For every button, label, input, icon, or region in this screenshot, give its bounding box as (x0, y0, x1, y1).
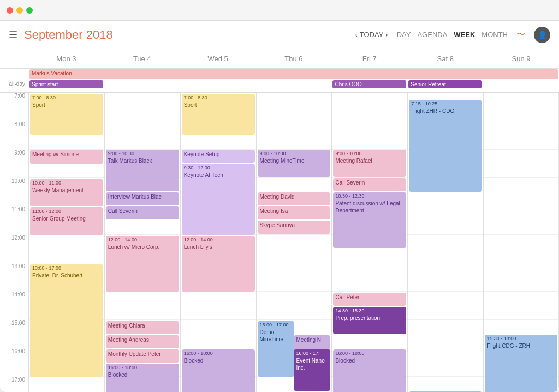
minimize-button[interactable] (16, 7, 23, 14)
allday-row-2: all-day Sprint start Chris OOO Senior Re… (0, 80, 559, 92)
traffic-lights (7, 7, 33, 14)
day-header-wed: Wed 5 (180, 49, 256, 68)
event-tue-black[interactable]: 9:00 - 10:30 Talk Markus Black (106, 150, 179, 191)
event-tue-monthly[interactable]: Monthly Update Peter (106, 349, 179, 363)
sat-h16 (408, 348, 483, 377)
time-label-12: 12:00 (0, 235, 28, 263)
day-col-thu: 9:00 - 10:00 Meeting MineTime Meeting Da… (256, 93, 332, 392)
time-label-10: 10:00 (0, 178, 28, 206)
time-label-13: 13:00 (0, 263, 28, 292)
day-header-tue: Tue 4 (104, 49, 180, 68)
day-header-mon: Mon 3 (28, 49, 104, 68)
tab-agenda[interactable]: AGENDA (417, 31, 447, 39)
allday-fri: Chris OOO (331, 80, 407, 92)
today-button[interactable]: TODAY (360, 31, 384, 39)
allday-section: Markus Vacation all-day Sprint start Chr… (0, 69, 559, 93)
event-wed-blocked[interactable]: 16:00 - 18:00 Blocked (182, 349, 255, 392)
fri-h13 (332, 263, 407, 292)
day-col-sun: 15:30 - 18:00 Flight CDG - ZRH (483, 93, 559, 392)
event-thu-mine[interactable]: 9:00 - 10:00 Meeting MineTime (258, 150, 331, 177)
user-avatar[interactable]: 👤 (534, 27, 550, 43)
maximize-button[interactable] (26, 7, 33, 14)
event-mon-senior[interactable]: 11:00 - 12:00 Senior Group Meeting (30, 207, 103, 235)
event-tue-chiara[interactable]: Meeting Chiara (106, 321, 179, 334)
sat-h14 (408, 292, 483, 320)
tab-week[interactable]: WEEK (454, 31, 475, 39)
event-fri-callpeter[interactable]: Call Peter (333, 293, 406, 306)
nav-arrows: ‹ TODAY › (355, 31, 388, 39)
event-fri-rafael[interactable]: 9:00 - 10:00 Meeting Rafael (333, 150, 406, 177)
event-mon-simone[interactable]: Meeting w/ Simone (30, 150, 103, 164)
tab-day[interactable]: DAY (397, 31, 411, 39)
tab-month[interactable]: MONTH (481, 31, 508, 39)
sun-h11 (484, 206, 558, 235)
header-right: ‹ TODAY › DAY AGENDA WEEK MONTH 〜 👤 (355, 27, 550, 43)
app-header: ☰ September 2018 ‹ TODAY › DAY AGENDA WE… (0, 21, 559, 49)
mon-h17 (29, 377, 104, 392)
allday-mon: Sprint start (28, 80, 104, 92)
prev-button[interactable]: ‹ (355, 31, 357, 39)
day-header-thu: Thu 6 (256, 49, 332, 68)
event-fri-prep[interactable]: 14:30 - 15:30 Prep. presentation (333, 307, 406, 334)
event-wed-sport[interactable]: 7:00 - 8:30 Sport (182, 94, 255, 135)
view-tabs: DAY AGENDA WEEK MONTH (397, 31, 508, 39)
tue-h14 (105, 292, 180, 320)
month-label: September (24, 28, 83, 41)
event-thu-nano[interactable]: 16:00 - 17: Event Nano Inc. (294, 349, 330, 391)
next-button[interactable]: › (385, 31, 388, 39)
event-fri-blocked[interactable]: 16:00 - 18:00 Blocked (333, 349, 406, 392)
sun-h12 (484, 235, 558, 263)
tue-h7 (105, 93, 180, 121)
day-columns: 7:00 - 8:30 Sport Meeting w/ Simone 10:0… (28, 93, 559, 392)
event-wed-keynote-setup[interactable]: Keynote Setup (182, 150, 255, 163)
time-grid: 7:00 8:00 9:00 10:00 11:00 12:00 13:00 1… (0, 93, 559, 392)
event-thu-demo[interactable]: 15:00 - 17:00 Demo MineTime (258, 321, 294, 377)
menu-button[interactable]: ☰ (9, 29, 17, 41)
event-tue-callsev[interactable]: Call Severin (106, 206, 179, 219)
thu-h14 (257, 292, 332, 320)
event-tue-interview[interactable]: Interview Markus Blac (106, 192, 179, 205)
event-wed-keynote-ai[interactable]: 9:30 - 12:00 Keynote AI Tech (182, 164, 255, 235)
time-label-9: 9:00 (0, 150, 28, 178)
event-tue-andreas[interactable]: Meeting Andreas (106, 335, 179, 348)
event-mon-sport[interactable]: 7:00 - 8:30 Sport (30, 94, 103, 135)
day-col-sat: 7:15 - 10:25 Flight ZHR - CDG 17:30 - 20… (407, 93, 483, 392)
day-header-sat: Sat 8 (407, 49, 483, 68)
event-thu-david[interactable]: Meeting David (258, 192, 331, 205)
event-tue-lunch[interactable]: 12:00 - 14:00 Lunch w/ Micro Corp. (106, 236, 179, 292)
event-fri-patent[interactable]: 10:30 - 12:30 Patent discussion w/ Legal… (333, 192, 406, 248)
event-thu-isa[interactable]: Meeting Isa (258, 206, 331, 219)
close-button[interactable] (7, 7, 13, 14)
year-label: 2018 (86, 28, 113, 41)
calendar: Mon 3 Tue 4 Wed 5 Thu 6 Fri 7 Sat 8 Sun … (0, 49, 559, 392)
event-tue-blocked[interactable]: 16:00 - 18:00 Blocked (106, 364, 179, 392)
event-thu-skype[interactable]: Skype Sannya (258, 221, 331, 234)
event-sun-flight-zrh[interactable]: 15:30 - 18:00 Flight CDG - ZRH (485, 335, 557, 392)
trend-icon[interactable]: 〜 (516, 29, 525, 40)
event-sat-flight-cdg[interactable]: 7:15 - 10:25 Flight ZHR - CDG (409, 100, 482, 192)
time-label-11: 11:00 (0, 206, 28, 235)
sat-h13 (408, 263, 483, 292)
allday-markus-vacation[interactable]: Markus Vacation (29, 69, 558, 79)
event-mon-weekly[interactable]: 10:00 - 11:00 Weekly Management (30, 179, 103, 206)
time-label-15: 15:00 (0, 320, 28, 348)
event-fri-callsev[interactable]: Call Severin (333, 178, 406, 191)
thu-h7 (257, 93, 332, 121)
sun-h8 (484, 121, 558, 150)
sun-h10 (484, 178, 558, 206)
wed-h15 (181, 320, 256, 348)
day-header-fri: Fri 7 (331, 49, 407, 68)
day-col-wed: 7:00 - 8:30 Sport Keynote Setup 9:30 - 1… (180, 93, 256, 392)
chris-ooo-event[interactable]: Chris OOO (332, 80, 406, 88)
sun-h7 (484, 93, 558, 121)
senior-retreat-event[interactable]: Senior Retreat (408, 80, 482, 88)
event-mon-private[interactable]: 13:00 - 17:00 Private: Dr. Schubert (30, 264, 103, 377)
sat-h11 (408, 206, 483, 235)
wed-h14 (181, 292, 256, 320)
allday-thu (256, 80, 332, 92)
time-label-16: 16:00 (0, 348, 28, 377)
header-left: ☰ September 2018 (9, 28, 355, 42)
sprint-start-event[interactable]: Sprint start (29, 80, 103, 88)
corner-cell (0, 49, 28, 68)
event-wed-lunch[interactable]: 12:00 - 14:00 Lunch Lily's (182, 236, 255, 292)
